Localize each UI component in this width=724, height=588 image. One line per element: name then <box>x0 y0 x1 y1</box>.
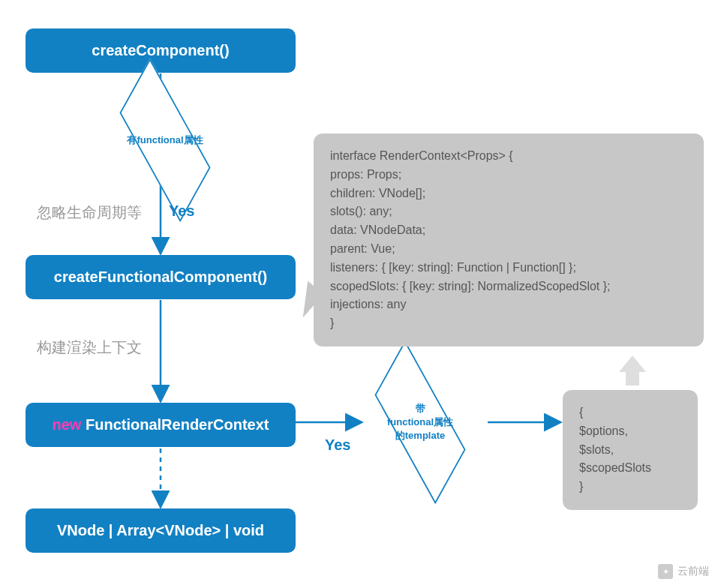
code-line: data: VNodeData; <box>330 221 687 240</box>
node-label: createFunctionalComponent() <box>54 268 267 285</box>
wechat-icon: ✦ <box>658 564 673 579</box>
code-line: $scopedSlots <box>579 459 681 478</box>
edge-label-yes-2: Yes <box>325 436 350 454</box>
code-line: injections: any <box>330 296 687 314</box>
code-line: slots(): any; <box>330 202 687 221</box>
code-line: { <box>579 404 681 422</box>
watermark-text: 云前端 <box>677 565 709 578</box>
keyword-new: new <box>53 416 82 433</box>
code-line: listeners: { [key: string]: Function | F… <box>330 259 687 278</box>
node-create-component: createComponent() <box>26 28 296 73</box>
node-new-functional-render-context: new FunctionalRenderContext <box>26 403 296 447</box>
class-name: FunctionalRenderContext <box>81 416 269 433</box>
code-line: $slots, <box>579 441 681 460</box>
node-label: VNode | Array<VNode> | void <box>57 522 264 538</box>
annotation-ignore-lifecycle: 忽略生命周期等 <box>37 202 142 223</box>
line: functional属性 <box>360 416 480 429</box>
code-line: } <box>579 478 681 496</box>
watermark: ✦ 云前端 <box>658 564 709 579</box>
code-line: parent: Vue; <box>330 240 687 259</box>
node-label: createComponent() <box>92 42 229 58</box>
code-extra-properties: { $options, $slots, $scopedSlots } <box>563 390 698 510</box>
line: 的template <box>360 429 480 442</box>
edge-label-yes-1: Yes <box>169 202 194 220</box>
line: 带 <box>360 402 480 416</box>
code-line: interface RenderContext<Props> { <box>330 147 687 166</box>
node-create-functional-component: createFunctionalComponent() <box>26 255 296 299</box>
code-line: scopedSlots: { [key: string]: Normalized… <box>330 278 687 296</box>
node-return-type: VNode | Array<VNode> | void <box>26 508 296 553</box>
decision-label: 带 functional属性 的template <box>360 402 480 442</box>
flow-diagram: createComponent() 有functional属性 忽略生命周期等 … <box>0 0 724 588</box>
decision-label: 有functional属性 <box>105 134 225 147</box>
up-arrow-icon <box>619 356 646 386</box>
decision-has-template: 带 functional属性 的template <box>360 392 480 452</box>
code-line: $options, <box>579 422 681 441</box>
code-line: props: Props; <box>330 166 687 184</box>
code-line: children: VNode[]; <box>330 184 687 203</box>
code-line: } <box>330 314 687 333</box>
annotation-build-context: 构建渲染上下文 <box>37 338 142 358</box>
code-interface-render-context: interface RenderContext<Props> { props: … <box>314 134 704 346</box>
decision-has-functional: 有functional属性 <box>105 110 225 170</box>
